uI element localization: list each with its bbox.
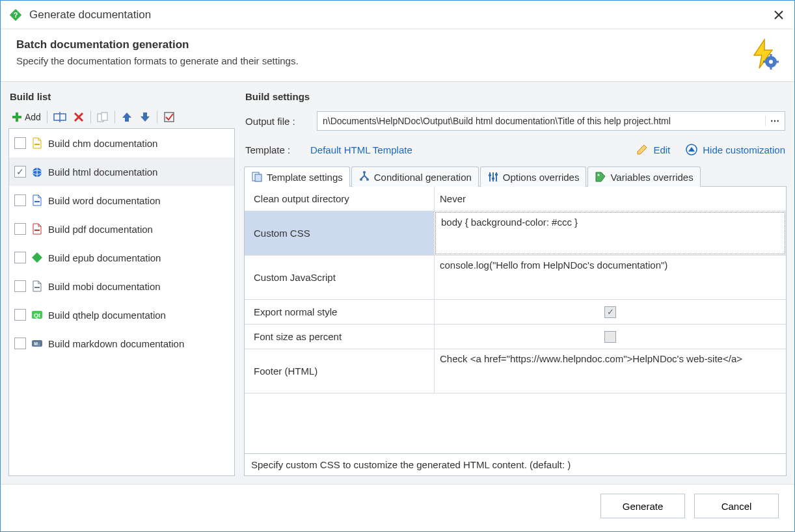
build-item-mobi[interactable]: Build mobi documentation [9, 272, 234, 300]
build-item-label: Build epub documentation [48, 252, 161, 263]
build-item-checkbox[interactable] [14, 280, 26, 292]
build-item-chm[interactable]: Build chm documentation [9, 129, 234, 157]
cancel-button[interactable]: Cancel [694, 494, 779, 518]
svg-rect-43 [495, 174, 498, 176]
build-item-label: Build qthelp documentation [48, 310, 166, 321]
md-icon: M↓ [31, 338, 43, 349]
build-list-toolbar: Add [8, 107, 235, 128]
setting-checkbox[interactable] [604, 331, 616, 343]
setting-row[interactable]: Font size as percent [245, 325, 786, 349]
template-link[interactable]: Default HTML Template [310, 144, 412, 155]
build-item-label: Build html documentation [48, 166, 157, 178]
delete-button[interactable] [70, 109, 87, 126]
build-item-checkbox[interactable] [14, 252, 26, 263]
build-item-checkbox[interactable] [14, 194, 26, 206]
build-item-label: Build markdown documentation [48, 338, 184, 349]
settings-tabs: Template settings Conditional generation… [244, 166, 787, 187]
svg-point-37 [363, 171, 366, 174]
svg-point-45 [598, 174, 600, 176]
build-item-md[interactable]: M↓Build markdown documentation [9, 329, 234, 358]
duplicate-button[interactable] [94, 109, 111, 126]
tab-options-overrides[interactable]: Options overrides [480, 166, 587, 187]
build-item-word[interactable]: Build word documentation [9, 186, 234, 215]
header: Batch documentation generation Specify t… [1, 29, 794, 81]
svg-marker-23 [32, 252, 42, 263]
build-item-qt[interactable]: QtBuild qthelp documentation [9, 300, 234, 329]
setting-key: Clean output directory [245, 187, 435, 211]
qt-icon: Qt [31, 309, 43, 321]
template-settings-grid[interactable]: Clean output directoryNeverCustom CSSbod… [244, 187, 787, 454]
chm-icon [31, 137, 43, 149]
template-settings-icon [251, 171, 263, 183]
build-item-checkbox[interactable] [14, 166, 26, 178]
output-file-label: Output file : [245, 116, 310, 127]
output-file-field[interactable]: ⋯ [317, 111, 785, 131]
build-item-checkbox[interactable] [14, 137, 26, 149]
build-item-label: Build word documentation [48, 195, 161, 206]
edit-template-button[interactable]: Edit [636, 144, 670, 155]
setting-row[interactable]: Custom JavaScriptconsole.log("Hello from… [245, 256, 786, 300]
rename-button[interactable] [51, 109, 69, 126]
build-settings-pane: Build settings Output file : ⋯ Template … [244, 88, 787, 476]
tab-template-settings[interactable]: Template settings [244, 166, 350, 187]
tag-icon [595, 171, 606, 183]
output-file-input[interactable] [317, 116, 765, 126]
setting-row[interactable]: Custom CSSbody { background-color: #ccc … [245, 211, 786, 256]
svg-marker-15 [122, 113, 131, 122]
add-button[interactable]: Add [8, 109, 44, 126]
branch-icon [358, 171, 370, 183]
output-file-browse-button[interactable]: ⋯ [765, 116, 785, 126]
build-item-checkbox[interactable] [14, 309, 26, 321]
lightning-gear-icon [748, 38, 779, 70]
setting-value[interactable]: body { background-color: #ccc } [435, 212, 785, 254]
setting-key: Footer (HTML) [245, 349, 435, 393]
setting-value[interactable]: console.log("Hello from HelpNDoc's docum… [435, 256, 786, 299]
sliders-icon [487, 171, 499, 183]
build-item-checkbox[interactable] [14, 338, 26, 349]
setting-description: Specify custom CSS to customize the gene… [244, 454, 787, 476]
hide-customization-button[interactable]: Hide customization [686, 144, 785, 155]
build-item-checkbox[interactable] [14, 223, 26, 235]
svg-text:M↓: M↓ [34, 341, 40, 346]
header-title: Batch documentation generation [16, 38, 748, 51]
svg-rect-10 [12, 116, 21, 118]
build-list[interactable]: Build chm documentationBuild html docume… [8, 128, 235, 476]
build-item-epub[interactable]: Build epub documentation [9, 243, 234, 272]
svg-point-4 [769, 60, 773, 64]
build-item-label: Build pdf documentation [48, 224, 153, 235]
tab-variables-overrides[interactable]: Variables overrides [587, 166, 700, 187]
build-item-pdf[interactable]: Build pdf documentation [9, 215, 234, 243]
setting-checkbox[interactable] [604, 306, 616, 318]
setting-value[interactable]: Check <a href="https://www.helpndoc.com"… [435, 349, 786, 393]
mobi-icon [31, 280, 43, 292]
app-icon: ? [8, 8, 23, 22]
tab-conditional-generation[interactable]: Conditional generation [351, 166, 479, 187]
setting-key: Export normal style [245, 300, 435, 324]
move-down-button[interactable] [137, 109, 154, 126]
setting-value[interactable] [435, 325, 786, 349]
svg-marker-44 [596, 172, 605, 181]
setting-row[interactable]: Export normal style [245, 300, 786, 325]
svg-rect-21 [34, 201, 40, 202]
svg-text:?: ? [14, 10, 18, 18]
build-list-title: Build list [8, 88, 235, 107]
setting-key: Custom CSS [245, 211, 435, 255]
svg-rect-41 [489, 174, 491, 176]
build-item-label: Build mobi documentation [48, 281, 161, 292]
close-button[interactable] [771, 7, 787, 23]
titlebar: ? Generate documentation [1, 1, 794, 29]
setting-row[interactable]: Clean output directoryNever [245, 187, 786, 211]
build-item-html[interactable]: Build html documentation [9, 157, 234, 186]
setting-value[interactable] [435, 300, 786, 324]
svg-rect-22 [34, 230, 40, 231]
epub-icon [31, 252, 43, 263]
check-all-button[interactable] [161, 109, 178, 126]
header-subtitle: Specify the documentation formats to gen… [16, 55, 748, 66]
build-list-pane: Build list Add [8, 88, 235, 476]
generate-button[interactable]: Generate [600, 494, 685, 518]
setting-value[interactable]: Never [435, 187, 786, 211]
word-icon [31, 194, 43, 206]
setting-row[interactable]: Footer (HTML)Check <a href="https://www.… [245, 349, 786, 393]
build-item-label: Build chm documentation [48, 138, 157, 149]
move-up-button[interactable] [118, 109, 135, 126]
